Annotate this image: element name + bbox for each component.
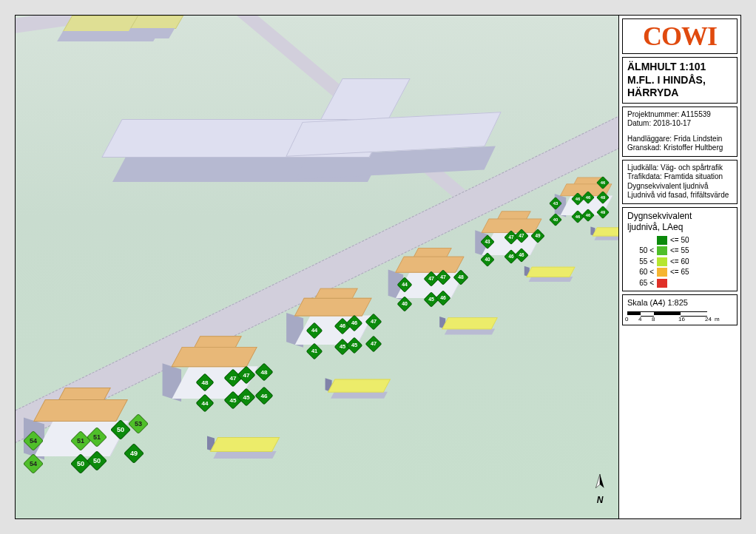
legend-swatch [657,246,667,255]
description-box: Ljudkälla: Väg- och spårtrafik Trafikdat… [622,160,738,204]
distant-building [130,16,183,29]
scene-3d: 5454515051505049534844474547454846444146… [16,16,618,518]
title-line2: M.FL. I HINDÅS, [627,74,732,87]
legend-row: 60 <<= 65 [627,268,732,277]
logo: COWI [622,18,738,54]
legend-box: Dygnsekvivalent ljudnivå, LAeq <= 5050 <… [622,207,738,292]
aux-building-5 [591,227,618,241]
legend-swatch [657,268,667,277]
legend-row: 65 < [627,279,732,288]
svg-marker-1 [595,474,600,488]
legend-swatch [657,236,667,245]
drawing-frame: 5454515051505049534844474547454846444146… [15,15,741,519]
scale-box: Skala (A4) 1:825 0481624m [622,294,738,325]
legend-swatch [657,257,667,266]
aux-building-3 [440,317,493,337]
legend-row: 55 <<= 60 [627,257,732,267]
title-box: ÄLMHULT 1:101 M.FL. I HINDÅS, HÄRRYDA [622,57,738,104]
title-line1: ÄLMHULT 1:101 [627,61,732,74]
legend-row: 50 <<= 55 [627,246,732,256]
title-line3: HÄRRYDA [627,87,732,100]
legend-row: <= 50 [627,236,732,246]
north-arrow: N [590,474,610,505]
aux-building-1 [208,437,274,461]
aux-building-4 [525,267,572,283]
legend-swatch [657,279,667,288]
meta-box: Projektnummer: A115539 Datum: 2018-10-17… [622,107,738,157]
info-panel: COWI ÄLMHULT 1:101 M.FL. I HINDÅS, HÄRRY… [618,16,740,518]
svg-marker-0 [600,474,604,488]
scale-bar: 0481624m [627,311,732,322]
scale-label: Skala (A4) 1:825 [627,298,732,308]
central-building [112,93,526,182]
aux-building-2 [326,379,386,401]
north-label: N [597,495,604,505]
